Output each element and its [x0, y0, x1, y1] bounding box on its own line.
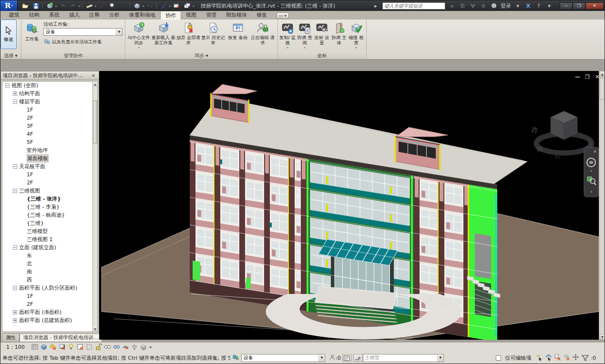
- gray-inactive-worksets-label[interactable]: 以灰色显示非活动工作集: [52, 39, 102, 45]
- show-history-button[interactable]: 显示 历史记录: [201, 20, 226, 51]
- view-close-icon[interactable]: ✕: [595, 74, 599, 80]
- detail-level-icon[interactable]: [31, 344, 39, 351]
- gray-inactive-worksets-icon[interactable]: [43, 38, 51, 47]
- thin-lines-icon[interactable]: [159, 1, 168, 10]
- close-button[interactable]: ✕: [585, 2, 604, 10]
- design-option-combobox[interactable]: 主模型▼: [363, 354, 444, 362]
- sign-in-label[interactable]: 登录: [501, 2, 511, 10]
- tree-item[interactable]: {三维 - 杨雨迪}: [2, 211, 93, 219]
- navbar-close-icon[interactable]: ✕: [594, 150, 597, 154]
- interference-check-button[interactable]: 碰撞 检查▾: [348, 20, 365, 51]
- subscription-key-icon[interactable]: ⚿: [459, 3, 466, 9]
- coordination-review-button[interactable]: 协调 查阅▾: [296, 20, 313, 51]
- scale-button[interactable]: 1 : 100: [4, 344, 27, 351]
- copy-monitor-button[interactable]: 复制/ 监视▾: [279, 20, 296, 51]
- tree-item[interactable]: 西: [2, 276, 93, 284]
- drawing-area[interactable]: 南东西前✕▾▾—❐✕: [99, 71, 599, 340]
- tree-item[interactable]: 三维模型: [2, 227, 93, 235]
- shadows-icon[interactable]: [58, 344, 66, 351]
- ribbon-tab-分析[interactable]: 分析: [104, 11, 124, 20]
- ribbon-tab-管理[interactable]: 管理: [201, 11, 221, 20]
- infocenter-expand-icon[interactable]: ▸: [372, 3, 379, 9]
- properties-palette-tab[interactable]: 属性: [2, 334, 20, 342]
- help-dropdown-icon[interactable]: ▾: [545, 3, 553, 9]
- signin-dropdown-icon[interactable]: ▾: [514, 3, 522, 9]
- tree-item[interactable]: 室外地坪: [2, 146, 93, 154]
- editing-requests-icon[interactable]: [329, 354, 336, 362]
- tree-item[interactable]: 1F: [2, 292, 93, 300]
- tree-item[interactable]: −视图 (全部): [2, 81, 93, 90]
- help-icon[interactable]: ?: [535, 3, 543, 9]
- select-links-toggle-icon[interactable]: [536, 354, 543, 363]
- ribbon-tab-注释[interactable]: 注释: [84, 11, 104, 20]
- aligned-dimension-icon[interactable]: [97, 1, 107, 10]
- sync-with-central-icon[interactable]: [45, 1, 54, 10]
- sync-with-central-dropdown-icon[interactable]: ▾: [55, 4, 57, 8]
- text-icon[interactable]: A: [118, 1, 128, 10]
- tree-item[interactable]: 2F: [2, 300, 93, 308]
- tree-item[interactable]: 1F: [2, 106, 93, 114]
- tree-item[interactable]: 南: [2, 268, 93, 276]
- displace-elements-icon[interactable]: [131, 344, 139, 351]
- tree-item[interactable]: 北: [2, 260, 93, 268]
- crop-view-icon[interactable]: [76, 344, 84, 351]
- ribbon-tab-插入[interactable]: 插入: [64, 11, 84, 20]
- save-icon[interactable]: [31, 1, 41, 10]
- tree-item[interactable]: 三维视图 1: [2, 235, 93, 243]
- select-by-face-toggle-icon[interactable]: [563, 354, 571, 363]
- project-browser-header[interactable]: 项目浏览器 - 技师学院机电培训中... ✕: [1, 71, 99, 80]
- favorites-star-icon[interactable]: ☆: [480, 3, 487, 9]
- relinquish-all-button[interactable]: 放弃 全部请求: [176, 20, 201, 51]
- tree-item[interactable]: −三维视图: [2, 187, 93, 195]
- minimize-button[interactable]: —: [560, 2, 573, 10]
- ribbon-tab-视图[interactable]: 视图: [181, 11, 201, 20]
- canvas-scroll-thumb[interactable]: [600, 78, 605, 100]
- user-icon[interactable]: ☻: [490, 3, 498, 9]
- select-underlay-toggle-icon[interactable]: [545, 354, 553, 363]
- measure-dropdown-icon[interactable]: ▾: [95, 4, 96, 8]
- tree-item[interactable]: −天花板平面: [2, 162, 93, 171]
- tree-toggle-icon[interactable]: +: [13, 310, 17, 314]
- temporary-hide-isolate-icon[interactable]: [113, 344, 121, 351]
- visual-style-icon[interactable]: [40, 344, 48, 351]
- canvas-vertical-scrollbar[interactable]: ▲ ▼: [599, 71, 605, 340]
- active-workset-combobox[interactable]: 设备▼: [43, 28, 123, 36]
- tree-item[interactable]: 2F: [2, 179, 93, 187]
- tree-item[interactable]: −面积平面 (人防分区面积): [2, 284, 93, 292]
- view-minimize-icon[interactable]: —: [575, 74, 580, 80]
- tree-item[interactable]: 屋面楼板: [2, 154, 93, 162]
- communication-center-icon[interactable]: 🜉: [469, 3, 477, 9]
- exchange-apps-icon[interactable]: X: [524, 3, 532, 9]
- worksets-status-icon[interactable]: [232, 354, 239, 362]
- design-options-dialog-button[interactable]: [342, 354, 352, 362]
- measure-icon[interactable]: [84, 1, 94, 10]
- tree-toggle-icon[interactable]: −: [13, 100, 17, 104]
- tree-item[interactable]: 1F: [2, 171, 93, 179]
- canvas-scroll-down-icon[interactable]: ▼: [600, 334, 605, 340]
- reload-latest-button[interactable]: 重新载入 最新工作集: [151, 20, 176, 51]
- tree-item[interactable]: 东: [2, 252, 93, 260]
- tree-item[interactable]: +面积平面 (总建筑面积): [2, 316, 93, 324]
- filter-icon[interactable]: [582, 355, 589, 361]
- show-crop-region-icon[interactable]: [85, 344, 93, 351]
- active-workset-status-combobox[interactable]: 设备▼: [241, 354, 325, 362]
- coordination-host-button[interactable]: 协调 主体: [330, 20, 348, 51]
- scroll-thumb[interactable]: [93, 101, 97, 143]
- ribbon-tab-结构[interactable]: 结构: [24, 11, 44, 20]
- reveal-hidden-elements-icon[interactable]: [103, 344, 112, 351]
- tree-toggle-icon[interactable]: −: [13, 164, 17, 169]
- redo-dropdown-icon[interactable]: ▾: [79, 4, 80, 8]
- search-icon[interactable]: ⌕: [448, 3, 456, 9]
- ribbon-tab-附加模块[interactable]: 附加模块: [221, 11, 252, 20]
- ribbon-tab-体量和场地[interactable]: 体量和场地: [124, 11, 160, 20]
- unlocked-3d-view-icon[interactable]: [94, 344, 103, 351]
- show-rendering-dialog-icon[interactable]: [122, 344, 130, 351]
- default-3d-view-dropdown-icon[interactable]: ▾: [143, 4, 144, 8]
- temporary-view-properties-icon[interactable]: [140, 344, 148, 351]
- tree-item[interactable]: 4F: [2, 130, 93, 138]
- revit-app-menu-button[interactable]: R▾: [0, 0, 18, 11]
- coordinate-settings-button[interactable]: 坐标 设置: [313, 20, 330, 51]
- tree-item[interactable]: 2F: [2, 114, 93, 122]
- ribbon-tab-建筑[interactable]: 建筑: [4, 11, 24, 20]
- project-browser-scrollbar[interactable]: ▲ ▼: [92, 81, 98, 332]
